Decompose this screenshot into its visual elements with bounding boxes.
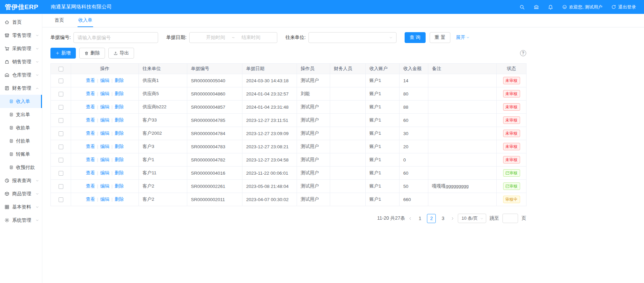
jump-label: 跳至	[490, 215, 499, 221]
row-actions-cell: 查看|编辑|删除	[71, 167, 139, 180]
view-link[interactable]: 查看	[86, 91, 95, 96]
delete-link[interactable]: 删除	[115, 91, 124, 96]
edit-link[interactable]: 编辑	[100, 170, 109, 175]
sidebar-item-payment[interactable]: 付款单	[0, 134, 42, 148]
view-link[interactable]: 查看	[86, 117, 95, 123]
row-checkbox[interactable]	[59, 171, 63, 176]
bank-icon[interactable]	[534, 4, 539, 10]
sidebar-item-basic[interactable]: 基本资料	[0, 200, 42, 214]
cell-account: 账户1	[366, 87, 400, 101]
row-checkbox[interactable]	[59, 158, 63, 162]
sidebar-item-system[interactable]: 系统管理	[0, 214, 42, 227]
edit-link[interactable]: 编辑	[100, 197, 109, 202]
table-row: 查看|编辑|删除客户2SR000000022612023-05-08 21:48…	[51, 180, 527, 193]
sidebar-item-retail[interactable]: 零售管理	[0, 29, 42, 42]
view-link[interactable]: 查看	[86, 131, 95, 136]
sidebar-item-label: 基本资料	[12, 204, 31, 210]
edit-link[interactable]: 编辑	[100, 78, 109, 83]
sidebar-item-income[interactable]: 收入单	[0, 95, 42, 108]
prev-page-button[interactable]	[408, 217, 412, 220]
query-button[interactable]: 查 询	[405, 32, 426, 43]
action-divider: |	[97, 183, 98, 189]
edit-link[interactable]: 编辑	[100, 91, 109, 96]
view-link[interactable]: 查看	[86, 197, 95, 202]
delete-link[interactable]: 删除	[115, 104, 124, 109]
delete-link[interactable]: 删除	[115, 78, 124, 83]
edit-link[interactable]: 编辑	[100, 144, 109, 149]
view-link[interactable]: 查看	[86, 157, 95, 162]
delete-link[interactable]: 删除	[115, 170, 124, 175]
sidebar-item-prepaid[interactable]: 收预付款	[0, 161, 42, 174]
next-page-button[interactable]	[451, 217, 454, 220]
delete-link[interactable]: 删除	[115, 183, 124, 189]
sidebar-item-home[interactable]: 首页	[0, 16, 42, 29]
row-checkbox[interactable]	[59, 131, 63, 136]
cell-bill_no: SR00000005040	[187, 74, 242, 87]
page-button-3[interactable]: 3	[438, 214, 447, 223]
view-link[interactable]: 查看	[86, 170, 95, 175]
row-checkbox[interactable]	[59, 105, 63, 110]
view-link[interactable]: 查看	[86, 144, 95, 149]
bell-icon[interactable]	[548, 4, 553, 10]
jump-page-input[interactable]	[502, 214, 518, 223]
reset-button[interactable]: 重 置	[430, 32, 451, 43]
cell-amount: 14	[400, 74, 428, 87]
sidebar-item-transfer[interactable]: 转账单	[0, 148, 42, 161]
tab-home[interactable]: 首页	[54, 14, 65, 27]
page-size-select[interactable]: 10 条/页	[458, 214, 486, 223]
chevron-down-icon	[36, 192, 39, 196]
page-button-2[interactable]: 2	[427, 214, 436, 223]
page-button-1[interactable]: 1	[415, 214, 424, 223]
cell-finance	[330, 193, 366, 206]
edit-link[interactable]: 编辑	[100, 183, 109, 189]
row-checkbox[interactable]	[59, 79, 63, 83]
row-checkbox[interactable]	[59, 184, 63, 189]
edit-link[interactable]: 编辑	[100, 104, 109, 109]
action-divider: |	[97, 144, 98, 149]
tab-income[interactable]: 收入单	[78, 14, 93, 27]
delete-link[interactable]: 删除	[115, 131, 124, 136]
sales-icon	[4, 59, 9, 64]
partner-select[interactable]	[308, 32, 396, 43]
help-icon[interactable]: ?	[520, 50, 526, 56]
sidebar-item-sales[interactable]: 销售管理	[0, 55, 42, 68]
row-checkbox[interactable]	[59, 145, 63, 149]
search-icon[interactable]	[519, 4, 525, 10]
column-header: 状态	[497, 64, 527, 74]
add-button[interactable]: 新增	[50, 48, 76, 59]
row-checkbox[interactable]	[59, 118, 63, 123]
sidebar-item-receipt[interactable]: 收款单	[0, 121, 42, 134]
sidebar-item-warehouse[interactable]: 仓库管理	[0, 68, 42, 82]
row-select-cell	[51, 153, 71, 167]
view-link[interactable]: 查看	[86, 183, 95, 189]
edit-link[interactable]: 编辑	[100, 117, 109, 123]
chevron-right-icon	[451, 217, 454, 220]
delete-button[interactable]: 删除	[79, 48, 105, 59]
expand-link[interactable]: 展开	[456, 35, 470, 41]
sidebar-item-purchase[interactable]: 采购管理	[0, 42, 42, 55]
sidebar-item-expense[interactable]: 支出单	[0, 108, 42, 121]
sidebar-item-goods[interactable]: 商品管理	[0, 187, 42, 200]
edit-link[interactable]: 编辑	[100, 131, 109, 136]
row-checkbox[interactable]	[59, 92, 63, 96]
select-all-checkbox[interactable]	[59, 67, 63, 71]
date-separator: ~	[232, 35, 235, 40]
cell-status: 未审核	[497, 127, 527, 140]
row-checkbox[interactable]	[59, 197, 63, 202]
welcome-user[interactable]: 欢迎您, 测试用户	[562, 4, 602, 10]
date-range-input[interactable]: 开始时间 ~ 结束时间	[189, 32, 277, 43]
view-link[interactable]: 查看	[86, 78, 95, 83]
delete-link[interactable]: 删除	[115, 197, 124, 202]
export-button[interactable]: 导出	[108, 48, 134, 59]
sidebar-item-finance[interactable]: 财务管理	[0, 82, 42, 95]
edit-link[interactable]: 编辑	[100, 157, 109, 162]
chevron-down-icon	[36, 192, 39, 196]
delete-link[interactable]: 删除	[115, 117, 124, 123]
cell-amount: 88	[400, 101, 428, 114]
logout-button[interactable]: 退出登录	[611, 4, 636, 10]
bill-no-input[interactable]	[73, 32, 158, 43]
sidebar-item-report[interactable]: 报表查询	[0, 174, 42, 187]
delete-link[interactable]: 删除	[115, 157, 124, 162]
view-link[interactable]: 查看	[86, 104, 95, 109]
delete-link[interactable]: 删除	[115, 144, 124, 149]
